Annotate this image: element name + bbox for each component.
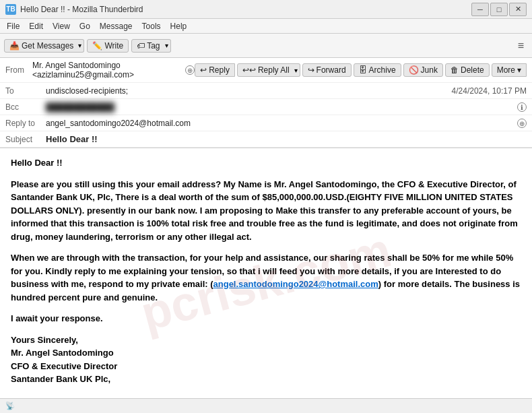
get-messages-icon: 📥 [9, 41, 20, 51]
body-closing: Yours Sincerely, Mr. Angel Santodomingo … [11, 333, 521, 386]
email-date: 4/24/2024, 10:17 PM [452, 86, 527, 96]
delete-label: Delete [461, 65, 484, 75]
junk-label: Junk [421, 65, 438, 75]
closing4: Santander Bank UK Plc, [11, 374, 110, 384]
menu-bar: File Edit View Go Message Tools Help [0, 19, 532, 34]
from-actions: ↩ Reply ↩↩ Reply All ▾ ↪ Forward 🗄 Archi… [195, 63, 527, 77]
from-row: From Mr. Angel Santodomingo <azizlaminu2… [0, 58, 532, 83]
app-icon: TB [5, 4, 16, 15]
get-messages-group: 📥 Get Messages ▾ [4, 39, 84, 53]
menu-edit[interactable]: Edit [25, 21, 47, 32]
forward-label: Forward [317, 65, 346, 75]
body-greeting: Hello Dear !! [11, 156, 521, 170]
junk-button[interactable]: 🚫 Junk [403, 63, 443, 77]
write-button[interactable]: ✏️ Write [87, 39, 129, 53]
more-label: More [497, 65, 515, 75]
junk-icon: 🚫 [409, 65, 419, 75]
archive-label: Archive [369, 65, 396, 75]
tag-button[interactable]: 🏷 Tag [131, 39, 165, 53]
toolbar-menu-icon[interactable]: ≡ [514, 38, 528, 53]
more-group: More ▾ [492, 63, 527, 77]
reply-all-icon: ↩↩ [242, 65, 256, 75]
close-button[interactable]: ✕ [509, 3, 527, 16]
reply-all-label: Reply All [258, 65, 290, 75]
reply-to-info-icon[interactable]: ⊕ [517, 119, 527, 128]
get-messages-label: Get Messages [22, 41, 73, 51]
more-dropdown-icon: ▾ [517, 65, 521, 75]
more-button[interactable]: More ▾ [492, 63, 527, 77]
to-label: To [5, 86, 46, 96]
forward-icon: ↪ [308, 65, 314, 75]
bcc-value: ████████████ [46, 102, 515, 112]
body-paragraph3: I await your response. [11, 312, 521, 325]
tag-dropdown[interactable]: ▾ [163, 39, 171, 53]
window-title: Hello Dear !! - Mozilla Thunderbird [20, 5, 471, 14]
body-paragraph1: Please are you still using this your ema… [11, 178, 521, 244]
toolbar: 📥 Get Messages ▾ ✏️ Write 🏷 Tag ▾ ≡ [0, 34, 532, 58]
closing2: Mr. Angel Santodomingo [11, 348, 114, 358]
delete-button[interactable]: 🗑 Delete [445, 63, 490, 77]
reply-button[interactable]: ↩ Reply [195, 63, 235, 77]
reply-to-row: Reply to angel_santodomingo2024@hotmail.… [0, 115, 532, 131]
write-label: Write [104, 41, 123, 51]
reply-all-group: ↩↩ Reply All ▾ [237, 63, 300, 77]
window-controls: ─ □ ✕ [471, 3, 527, 16]
delete-icon: 🗑 [451, 65, 459, 75]
menu-view[interactable]: View [48, 21, 74, 32]
write-icon: ✏️ [92, 41, 102, 51]
minimize-button[interactable]: ─ [471, 3, 489, 16]
email-body: pcrisk.com Hello Dear !! Please are you … [0, 148, 532, 413]
menu-help[interactable]: Help [166, 21, 191, 32]
maximize-button[interactable]: □ [490, 3, 508, 16]
tag-group: 🏷 Tag ▾ [131, 39, 170, 53]
tag-label: Tag [147, 41, 160, 51]
menu-file[interactable]: File [3, 21, 24, 32]
to-value: undisclosed-recipients; [46, 86, 446, 96]
subject-row: Subject Hello Dear !! [0, 131, 532, 148]
reply-all-button[interactable]: ↩↩ Reply All [237, 63, 295, 77]
from-value: Mr. Angel Santodomingo <azizlaminu25@gma… [32, 61, 183, 80]
status-bar: 📡 [0, 398, 532, 413]
reply-group: ↩ Reply [195, 63, 235, 77]
tag-icon: 🏷 [137, 41, 145, 51]
closing1: Yours Sincerely, [11, 335, 78, 345]
from-info-icon[interactable]: ⊕ [185, 65, 195, 75]
subject-label: Subject [5, 135, 46, 144]
get-messages-button[interactable]: 📥 Get Messages [4, 39, 79, 53]
reply-to-value: angel_santodomingo2024@hotmail.com [46, 119, 515, 128]
menu-message[interactable]: Message [96, 21, 137, 32]
reply-all-dropdown[interactable]: ▾ [292, 63, 300, 77]
bcc-info-icon[interactable]: ℹ [517, 102, 527, 112]
menu-go[interactable]: Go [75, 21, 94, 32]
email-header: From Mr. Angel Santodomingo <azizlaminu2… [0, 58, 532, 148]
menu-tools[interactable]: Tools [138, 21, 165, 32]
subject-value: Hello Dear !! [46, 134, 98, 144]
email-link[interactable]: angel.santodomingo2024@hotmail.com [213, 279, 378, 289]
body-paragraph2: When we are through with the transaction… [11, 251, 521, 304]
closing3: CFO & Executive Director [11, 361, 117, 371]
to-row: To undisclosed-recipients; 4/24/2024, 10… [0, 83, 532, 99]
reply-icon: ↩ [200, 65, 207, 75]
forward-button[interactable]: ↪ Forward [302, 63, 352, 77]
title-bar: TB Hello Dear !! - Mozilla Thunderbird ─… [0, 0, 532, 19]
archive-icon: 🗄 [359, 65, 367, 75]
from-label: From [5, 65, 32, 75]
status-icon: 📡 [5, 402, 15, 410]
get-messages-dropdown[interactable]: ▾ [76, 39, 84, 53]
reply-label: Reply [209, 65, 230, 75]
bcc-row: Bcc ████████████ ℹ [0, 99, 532, 115]
reply-to-label: Reply to [5, 119, 46, 128]
archive-button[interactable]: 🗄 Archive [354, 63, 401, 77]
bcc-label: Bcc [5, 102, 46, 112]
